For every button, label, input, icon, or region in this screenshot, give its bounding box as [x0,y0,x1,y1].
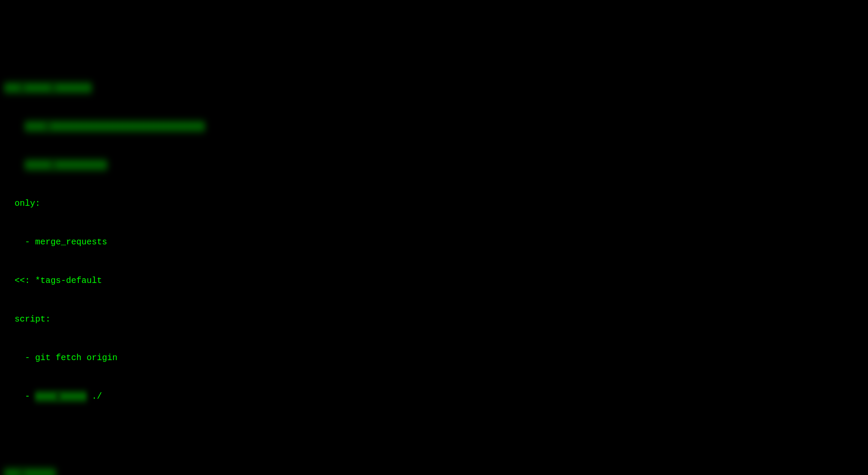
job1-tags-ref: <<: *tags-default [4,274,864,287]
redacted-text: xxxx xxxxx [35,390,87,403]
job1-script-item1: - git fetch origin [4,352,864,364]
job1-script-item2: - xxxx xxxxx ./ [4,390,864,403]
job1-header: xxx xxxxx xxxxxxx [4,81,864,94]
job1-line2: xxxxx xxxxxxxxxx [4,159,864,171]
job1-line1: xxxx xxxxxxxxxxxxxxxxxxxxxxxxxxxxxx [4,120,864,133]
job1-only-item: - merge_requests [4,236,864,249]
redacted-text: xxxx xxxxxxxxxxxxxxxxxxxxxxxxxxxxxx [25,120,205,133]
redacted-text: xxx xxxxxx [4,467,56,475]
redacted-text: xxx xxxxx xxxxxxx [4,81,92,94]
job2-header: xxx xxxxxx [4,467,864,475]
job1-only-key: only: [4,197,864,210]
job1-script-key: script: [4,313,864,326]
redacted-text: xxxxx xxxxxxxxxx [25,159,107,171]
blank-line [4,429,864,442]
terminal-output[interactable]: xxx xxxxx xxxxxxx xxxx xxxxxxxxxxxxxxxxx… [4,56,864,475]
